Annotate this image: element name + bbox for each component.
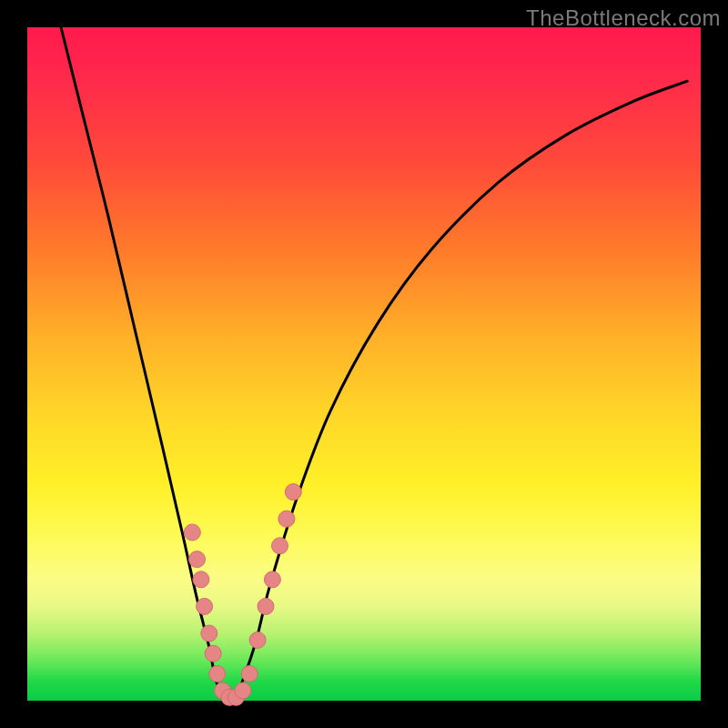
curve-marker xyxy=(189,551,206,568)
outer-frame: TheBottleneck.com xyxy=(0,0,728,728)
curve-marker xyxy=(278,511,295,527)
curve-marker xyxy=(285,484,301,500)
curve-marker xyxy=(184,524,200,541)
curve-marker xyxy=(193,571,209,588)
curve-marker xyxy=(205,645,221,662)
curve-markers xyxy=(184,484,301,706)
curve-marker xyxy=(209,665,226,682)
curve-marker xyxy=(264,571,280,588)
curve-marker xyxy=(258,598,274,614)
curve-marker xyxy=(197,598,213,614)
curve-marker xyxy=(201,625,217,642)
plot-area xyxy=(27,27,701,701)
bottleneck-chart xyxy=(27,27,701,701)
bottleneck-curve-path xyxy=(61,27,687,701)
curve-marker xyxy=(241,665,258,682)
curve-marker xyxy=(272,538,288,554)
curve-marker xyxy=(235,682,251,699)
curve-marker xyxy=(249,632,266,648)
